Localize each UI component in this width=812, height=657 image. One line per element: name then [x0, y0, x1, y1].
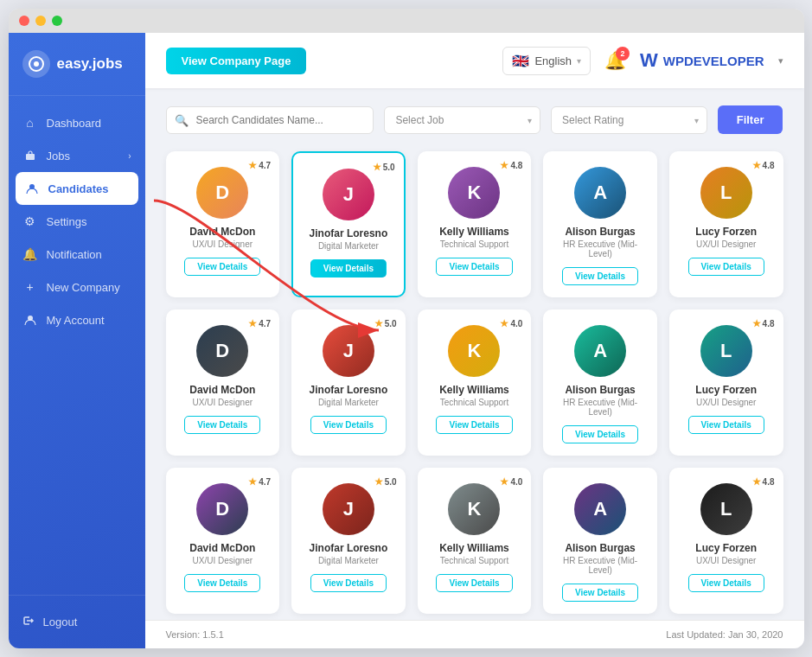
sidebar-item-label: Jobs — [47, 150, 70, 163]
view-details-button[interactable]: View Details — [688, 416, 764, 434]
brand-name: WPDEVELOPER — [663, 54, 764, 68]
notification-icon: 🔔 — [22, 246, 38, 262]
sidebar-item-settings[interactable]: ⚙ Settings — [9, 205, 145, 238]
sidebar-item-candidates[interactable]: Candidates — [16, 172, 138, 205]
candidate-card: A Alison Burgas HR Executive (Mid-Level)… — [543, 468, 657, 614]
star-icon: ★ — [500, 318, 508, 329]
avatar: J — [323, 325, 374, 377]
card-rating: ★ 5.0 — [374, 476, 397, 488]
avatar-initial: A — [574, 325, 626, 377]
view-details-button[interactable]: View Details — [310, 416, 387, 434]
avatar-initial: K — [448, 483, 500, 535]
search-input[interactable] — [166, 106, 374, 134]
star-icon: ★ — [248, 476, 257, 488]
job-select[interactable]: Select Job — [384, 106, 540, 134]
view-details-button[interactable]: View Details — [562, 584, 638, 602]
candidate-card: A Alison Burgas HR Executive (Mid-Level)… — [543, 309, 657, 456]
language-selector[interactable]: 🇬🇧 English ▾ — [502, 47, 591, 75]
candidate-role: Technical Support — [440, 398, 509, 407]
candidate-name: Kelly Williams — [439, 384, 509, 396]
search-icon: 🔍 — [175, 113, 189, 126]
sidebar-item-dashboard[interactable]: ⌂ Dashboard — [9, 106, 145, 139]
sidebar-item-label: My Account — [47, 314, 105, 327]
view-details-button[interactable]: View Details — [184, 574, 260, 592]
minimize-btn[interactable] — [35, 16, 46, 26]
page-footer: Version: 1.5.1 Last Updated: Jan 30, 202… — [145, 620, 804, 648]
avatar: A — [574, 167, 626, 219]
card-rating: ★ 4.7 — [248, 476, 271, 488]
view-company-button[interactable]: View Company Page — [166, 48, 307, 74]
candidate-card: ★ 4.0 K Kelly Williams Technical Support… — [418, 309, 532, 456]
view-details-button[interactable]: View Details — [688, 574, 764, 592]
candidate-role: Technical Support — [440, 556, 509, 565]
candidate-role: UX/UI Designer — [696, 556, 756, 565]
brand-logo: W WPDEVELOPER — [640, 49, 764, 72]
sidebar-nav: ⌂ Dashboard Jobs › — [9, 96, 145, 595]
last-updated-text: Last Updated: Jan 30, 2020 — [666, 629, 783, 640]
avatar: D — [196, 325, 248, 377]
candidate-name: Alison Burgas — [565, 384, 635, 396]
card-rating: ★ 4.8 — [752, 160, 775, 171]
rating-select[interactable]: Select Rating — [551, 106, 707, 134]
view-details-button[interactable]: View Details — [562, 267, 638, 285]
close-btn[interactable] — [19, 16, 29, 26]
candidate-role: UX/UI Designer — [193, 398, 253, 407]
view-details-button[interactable]: View Details — [688, 258, 764, 276]
language-label: English — [534, 54, 572, 67]
view-details-button[interactable]: View Details — [310, 574, 387, 592]
view-details-button[interactable]: View Details — [184, 416, 260, 434]
candidate-card: ★ 5.0 J Jinofar Loresno Digital Marketer… — [291, 468, 406, 614]
star-icon: ★ — [752, 160, 761, 171]
version-text: Version: 1.5.1 — [166, 629, 224, 640]
view-details-button[interactable]: View Details — [310, 259, 387, 277]
card-rating: ★ 4.8 — [752, 318, 775, 329]
candidate-card: ★ 4.8 L Lucy Forzen UX/UI Designer View … — [669, 309, 783, 456]
rating-select-wrap: Select Rating ▾ — [551, 106, 707, 134]
card-rating: ★ 4.7 — [248, 318, 271, 329]
sidebar-item-notification[interactable]: 🔔 Notification — [9, 238, 145, 271]
avatar: K — [448, 325, 500, 377]
filter-button[interactable]: Filter — [718, 105, 783, 134]
wp-icon: W — [640, 49, 658, 72]
sidebar-item-jobs[interactable]: Jobs › — [9, 139, 145, 172]
avatar-initial: D — [196, 325, 248, 377]
candidate-name: Lucy Forzen — [695, 542, 757, 554]
candidates-icon — [24, 181, 40, 196]
candidate-name: Lucy Forzen — [695, 226, 757, 238]
job-select-wrap: Select Job ▾ — [384, 106, 540, 134]
my-account-icon — [22, 312, 38, 328]
dashboard-icon: ⌂ — [22, 115, 38, 131]
page-content: 🔍 Select Job ▾ Select Rating ▾ — [145, 88, 804, 620]
candidate-card: A Alison Burgas HR Executive (Mid-Level)… — [543, 151, 657, 297]
bell-badge: 2 — [616, 47, 630, 61]
sidebar-item-new-company[interactable]: + New Company — [9, 271, 145, 303]
view-details-button[interactable]: View Details — [562, 425, 638, 443]
app-body: easy.jobs ⌂ Dashboard Jobs › — [9, 33, 804, 648]
candidate-name: David McDon — [189, 542, 255, 554]
sidebar: easy.jobs ⌂ Dashboard Jobs › — [9, 33, 145, 648]
card-rating: ★ 4.0 — [500, 318, 522, 329]
star-icon: ★ — [752, 476, 761, 488]
view-details-button[interactable]: View Details — [436, 574, 512, 592]
maximize-btn[interactable] — [52, 16, 62, 26]
candidate-name: Kelly Williams — [439, 226, 509, 238]
logout-button[interactable]: Logout — [22, 609, 131, 635]
avatar-initial: A — [574, 167, 626, 219]
candidate-role: Digital Marketer — [318, 398, 379, 407]
card-rating: ★ 4.8 — [500, 160, 522, 171]
brand-chevron-icon[interactable]: ▾ — [778, 55, 783, 67]
card-rating: ★ 4.0 — [500, 476, 522, 488]
candidate-name: Jinofar Loresno — [310, 227, 388, 239]
sidebar-item-label: Candidates — [48, 182, 109, 195]
candidate-card: ★ 4.7 D David McDon UX/UI Designer View … — [166, 468, 280, 614]
view-details-button[interactable]: View Details — [436, 416, 512, 434]
new-company-icon: + — [22, 279, 38, 295]
candidate-card: ★ 4.7 D David McDon UX/UI Designer View … — [166, 309, 280, 456]
sidebar-item-my-account[interactable]: My Account — [9, 303, 145, 336]
topbar: View Company Page 🇬🇧 English ▾ 🔔 2 W WPD… — [145, 33, 804, 88]
view-details-button[interactable]: View Details — [184, 258, 260, 276]
bell-button[interactable]: 🔔 2 — [604, 50, 626, 71]
main-content: View Company Page 🇬🇧 English ▾ 🔔 2 W WPD… — [145, 33, 804, 648]
view-details-button[interactable]: View Details — [436, 258, 512, 276]
candidate-role: Digital Marketer — [318, 241, 379, 251]
